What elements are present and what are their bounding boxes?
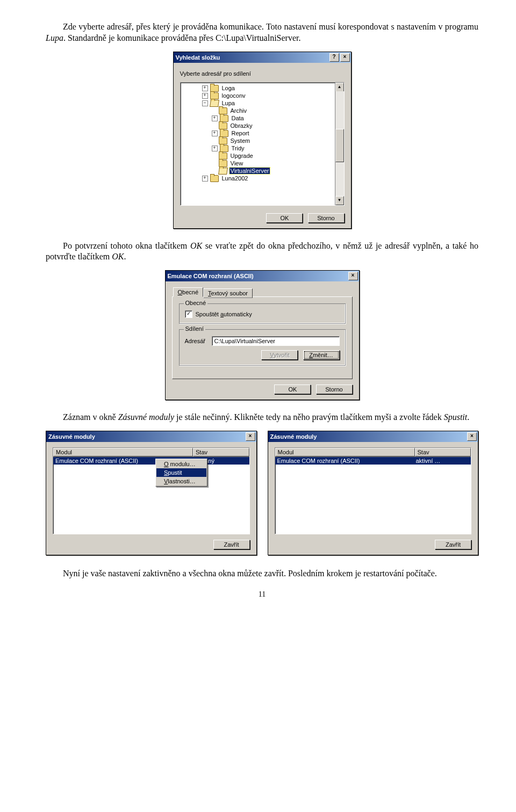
- close-button[interactable]: ×: [246, 432, 255, 441]
- plugins-dialog-active: Zásuvné moduly × Modul Stav Emulace COM …: [268, 431, 479, 555]
- tree-node[interactable]: +Tridy: [183, 145, 342, 152]
- scrollbar[interactable]: ▲ ▼: [335, 83, 344, 205]
- collapse-icon[interactable]: −: [202, 100, 208, 106]
- tree-node[interactable]: +Luna2002: [183, 175, 342, 182]
- expander-blank: [212, 139, 217, 143]
- group-label: Sdílení: [184, 325, 205, 332]
- tree-node-label: VirtualniServer: [230, 168, 270, 174]
- tree-node-label: View: [230, 160, 245, 166]
- expand-icon[interactable]: +: [202, 93, 208, 99]
- titlebar: Zásuvné moduly ×: [46, 431, 256, 442]
- expand-icon[interactable]: +: [202, 85, 208, 91]
- close-button[interactable]: Zavřít: [435, 540, 471, 549]
- tree-node[interactable]: +Report: [183, 130, 342, 137]
- emulation-settings-dialog: Emulace COM rozhraní (ASCII) × Obecné Te…: [165, 270, 360, 400]
- folder-open-icon: [210, 100, 219, 107]
- folder-open-icon: [218, 168, 228, 175]
- expander-blank: [212, 154, 217, 158]
- autostart-checkbox[interactable]: ✓: [185, 310, 192, 318]
- tree-node-label: Lupa: [221, 100, 236, 106]
- ok-button[interactable]: OK: [266, 213, 303, 223]
- folder-icon: [219, 160, 227, 167]
- page-number: 11: [46, 590, 478, 599]
- address-label: Adresář: [185, 338, 212, 344]
- dialog-title: Zásuvné moduly: [48, 433, 245, 440]
- tab-textfile[interactable]: Textový soubor: [203, 288, 253, 298]
- folder-icon: [210, 92, 219, 99]
- ok-button[interactable]: OK: [274, 385, 311, 394]
- cancel-button[interactable]: Storno: [316, 385, 353, 394]
- folder-icon: [210, 175, 219, 182]
- tree-node[interactable]: Upgrade: [183, 153, 342, 160]
- change-button[interactable]: Změnit…: [303, 350, 340, 360]
- tree-node-label: Report: [231, 130, 250, 136]
- column-module[interactable]: Modul: [53, 448, 193, 456]
- close-button[interactable]: ×: [340, 53, 350, 62]
- paragraph-3: Záznam v okně Zásuvné moduly je stále ne…: [46, 412, 478, 423]
- expand-icon[interactable]: +: [212, 146, 218, 151]
- menu-run[interactable]: Spustit: [156, 468, 206, 477]
- close-button[interactable]: ×: [348, 272, 358, 280]
- dialog-title: Zásuvné moduly: [270, 433, 467, 440]
- context-menu: O modulu… Spustit Vlastnosti…: [155, 459, 207, 487]
- scroll-up-icon[interactable]: ▲: [335, 83, 344, 92]
- help-button[interactable]: ?: [329, 53, 339, 62]
- dialog-title: Emulace COM rozhraní (ASCII): [168, 273, 347, 279]
- tree-node-label: Data: [231, 115, 245, 121]
- expand-icon[interactable]: +: [212, 115, 218, 121]
- column-module[interactable]: Modul: [275, 448, 415, 456]
- tree-node[interactable]: +Loga: [183, 85, 342, 92]
- tree-node-label: System: [230, 137, 252, 144]
- tree-node-label: logoconv: [221, 92, 247, 99]
- plugin-listview[interactable]: Modul Stav Emulace COM rozhraní (ASCII) …: [53, 447, 250, 534]
- close-button[interactable]: ×: [467, 432, 477, 441]
- plugin-listview[interactable]: Modul Stav Emulace COM rozhraní (ASCII) …: [275, 447, 472, 534]
- tree-node-label: Archiv: [230, 107, 248, 114]
- expand-icon[interactable]: +: [212, 130, 218, 136]
- tree-node[interactable]: System: [183, 137, 342, 144]
- paragraph-1: Zde vyberte adresář, přes který je prová…: [46, 21, 478, 44]
- instruction-text: Vyberte adresář pro sdílení: [180, 70, 345, 77]
- browse-folder-dialog: Vyhledat složku ? × Vyberte adresář pro …: [173, 52, 352, 229]
- group-sharing: Sdílení Adresář C:\Lupa\VirtualniServer …: [179, 329, 346, 366]
- create-button: Vytvořit: [261, 350, 298, 360]
- paragraph-4: Nyní je vaše nastavení zaktivněno a všec…: [46, 568, 478, 579]
- scroll-thumb[interactable]: [335, 129, 344, 162]
- list-item[interactable]: Emulace COM rozhraní (ASCII) nečinný: [53, 457, 249, 465]
- column-state[interactable]: Stav: [193, 448, 249, 456]
- titlebar: Vyhledat složku ? ×: [174, 52, 351, 63]
- group-label: Obecné: [184, 300, 208, 306]
- titlebar: Zásuvné moduly ×: [268, 431, 478, 442]
- tab-general[interactable]: Obecné: [173, 287, 204, 297]
- titlebar: Emulace COM rozhraní (ASCII) ×: [166, 271, 359, 281]
- group-general: Obecné ✓ Spouštět automaticky: [179, 303, 346, 324]
- expand-icon[interactable]: +: [202, 176, 208, 182]
- address-input[interactable]: C:\Lupa\VirtualniServer: [212, 336, 340, 346]
- tree-node[interactable]: Obrazky: [183, 122, 342, 129]
- tree-node[interactable]: +logoconv: [183, 92, 342, 99]
- dialog-title: Vyhledat složku: [176, 54, 328, 61]
- tree-node-label: Tridy: [231, 145, 246, 151]
- close-button[interactable]: Zavřít: [213, 540, 250, 549]
- paragraph-2: Po potvrzení tohoto okna tlačítkem OK se…: [46, 241, 478, 263]
- expander-blank: [212, 108, 217, 113]
- tree-node-label: Obrazky: [230, 122, 254, 129]
- folder-tree[interactable]: +Loga+logoconv−LupaArchiv+DataObrazky+Re…: [180, 82, 345, 206]
- menu-props[interactable]: Vlastnosti…: [156, 477, 206, 485]
- expander-blank: [212, 124, 217, 128]
- plugins-dialog-inactive: Zásuvné moduly × Modul Stav Emulace COM …: [46, 431, 257, 555]
- menu-about[interactable]: O modulu…: [156, 460, 206, 468]
- tree-node[interactable]: −Lupa: [183, 100, 342, 107]
- list-item[interactable]: Emulace COM rozhraní (ASCII) aktivní …: [275, 457, 471, 465]
- expander-blank: [212, 169, 217, 173]
- tree-node[interactable]: VirtualniServer: [183, 168, 342, 175]
- expander-blank: [212, 161, 217, 166]
- tree-node[interactable]: Archiv: [183, 107, 342, 114]
- tree-node[interactable]: View: [183, 160, 342, 167]
- cancel-button[interactable]: Storno: [308, 213, 345, 223]
- tree-node-label: Upgrade: [230, 153, 254, 159]
- scroll-down-icon[interactable]: ▼: [335, 196, 344, 205]
- column-state[interactable]: Stav: [415, 448, 471, 456]
- autostart-label: Spouštět automaticky: [196, 311, 252, 317]
- tree-node[interactable]: +Data: [183, 115, 342, 122]
